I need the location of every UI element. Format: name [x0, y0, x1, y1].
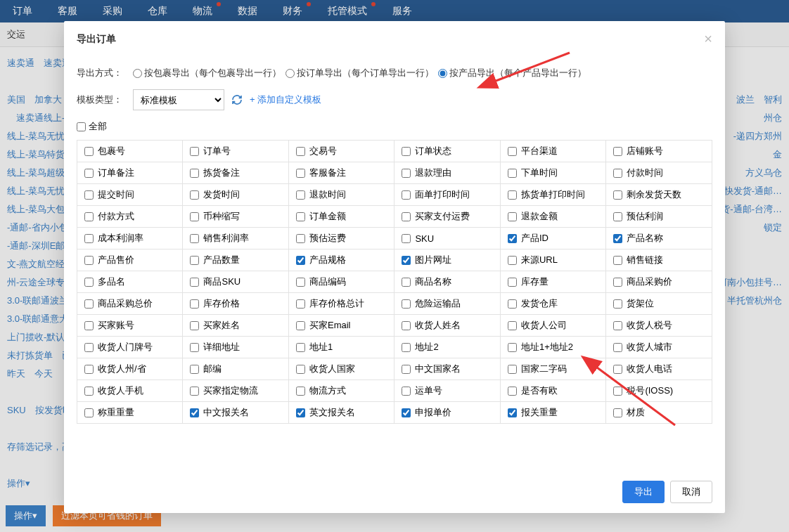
field-checkbox[interactable]: 退款金额	[508, 210, 598, 223]
field-checkbox[interactable]: 中文报关名	[190, 406, 281, 419]
field-checkbox[interactable]: 库存价格总计	[296, 297, 387, 310]
field-checkbox[interactable]: 订单金额	[296, 210, 387, 223]
field-checkbox[interactable]: 收货人门牌号	[84, 341, 175, 353]
field-checkbox[interactable]: 商品名称	[402, 275, 492, 288]
field-checkbox[interactable]: 收货人城市	[613, 341, 705, 353]
field-checkbox[interactable]: 报关重量	[508, 406, 598, 419]
field-checkbox[interactable]: 商品编码	[296, 275, 387, 288]
field-checkbox[interactable]: 预估利润	[613, 210, 705, 223]
field-checkbox[interactable]: SKU	[402, 233, 492, 244]
field-checkbox[interactable]: 产品ID	[508, 232, 598, 245]
field-checkbox[interactable]: 地址1+地址2	[508, 341, 598, 353]
field-checkbox[interactable]: 运单号	[402, 384, 492, 397]
field-checkbox[interactable]: 收货人姓名	[402, 319, 492, 332]
field-checkbox[interactable]: 拣货单打印时间	[508, 188, 598, 201]
field-checkbox[interactable]: 国家二字码	[508, 363, 598, 375]
field-label: 产品数量	[203, 254, 240, 266]
field-checkbox[interactable]: 申报单价	[402, 406, 492, 419]
field-checkbox[interactable]: 剩余发货天数	[613, 188, 705, 201]
field-checkbox[interactable]: 销售链接	[613, 254, 705, 266]
field-checkbox[interactable]: 地址1	[296, 341, 387, 353]
field-checkbox[interactable]: 店铺账号	[613, 145, 705, 157]
field-label: 库存量	[521, 275, 549, 288]
field-label: 物流方式	[309, 384, 346, 397]
field-checkbox[interactable]: 商品SKU	[190, 275, 281, 288]
field-checkbox[interactable]: 付款方式	[84, 210, 175, 223]
field-checkbox[interactable]: 收货人手机	[84, 384, 175, 397]
field-checkbox[interactable]: 买家Email	[296, 319, 387, 332]
field-checkbox[interactable]: 商品采购总价	[84, 297, 175, 310]
field-checkbox[interactable]: 产品规格	[296, 254, 387, 266]
field-label: 产品名称	[627, 232, 663, 245]
field-checkbox[interactable]: 邮编	[190, 363, 281, 375]
field-checkbox[interactable]: 交易号	[296, 145, 387, 157]
field-checkbox[interactable]: 拣货备注	[190, 167, 281, 179]
field-checkbox[interactable]: 平台渠道	[508, 145, 598, 157]
field-checkbox[interactable]: 付款时间	[613, 167, 705, 179]
field-label: 中文报关名	[203, 406, 249, 419]
field-checkbox[interactable]: 退款理由	[402, 167, 492, 179]
refresh-icon[interactable]	[231, 94, 243, 105]
field-checkbox[interactable]: 地址2	[402, 341, 492, 353]
field-checkbox[interactable]: 客服备注	[296, 167, 387, 179]
field-label: 材质	[627, 406, 645, 419]
field-checkbox[interactable]: 面单打印时间	[402, 188, 492, 201]
export-method-radio[interactable]: 按订单导出（每个订单导出一行）	[286, 67, 434, 79]
field-checkbox[interactable]: 发货时间	[190, 188, 281, 201]
field-checkbox[interactable]: 下单时间	[508, 167, 598, 179]
field-checkbox[interactable]: 库存量	[508, 275, 598, 288]
field-checkbox[interactable]: 买家指定物流	[190, 384, 281, 397]
field-checkbox[interactable]: 危险运输品	[402, 297, 492, 310]
field-label: 买家账号	[98, 319, 134, 332]
field-checkbox[interactable]: 收货人公司	[508, 319, 598, 332]
field-label: 收货人城市	[627, 341, 672, 353]
field-checkbox[interactable]: 提交时间	[84, 188, 175, 201]
field-checkbox[interactable]: 退款时间	[296, 188, 387, 201]
cancel-button[interactable]: 取消	[670, 481, 712, 503]
field-checkbox[interactable]: 多品名	[84, 275, 175, 288]
field-label: 客服备注	[309, 167, 346, 179]
select-all-checkbox[interactable]: 全部	[77, 120, 712, 133]
close-icon[interactable]: ×	[704, 31, 712, 47]
field-checkbox[interactable]: 买家账号	[84, 319, 175, 332]
field-checkbox[interactable]: 发货仓库	[508, 297, 598, 310]
add-template-link[interactable]: + 添加自定义模板	[250, 93, 321, 106]
field-checkbox[interactable]: 包裹号	[84, 145, 175, 157]
field-checkbox[interactable]: 买家支付运费	[402, 210, 492, 223]
field-checkbox[interactable]: 物流方式	[296, 384, 387, 397]
export-method-radio[interactable]: 按包裹导出（每个包裹导出一行）	[133, 67, 281, 79]
template-select[interactable]: 标准模板	[133, 89, 224, 110]
field-checkbox[interactable]: 订单号	[190, 145, 281, 157]
field-checkbox[interactable]: 产品名称	[613, 232, 705, 245]
field-checkbox[interactable]: 图片网址	[402, 254, 492, 266]
field-checkbox[interactable]: 收货人国家	[296, 363, 387, 375]
field-checkbox[interactable]: 预估运费	[296, 232, 387, 245]
field-checkbox[interactable]: 收货人税号	[613, 319, 705, 332]
field-checkbox[interactable]: 产品数量	[190, 254, 281, 266]
field-checkbox[interactable]: 货架位	[613, 297, 705, 310]
field-checkbox[interactable]: 称重重量	[84, 406, 175, 419]
field-label: 订单金额	[309, 210, 346, 223]
field-checkbox[interactable]: 成本利润率	[84, 232, 175, 245]
field-checkbox[interactable]: 详细地址	[190, 341, 281, 353]
field-checkbox[interactable]: 库存价格	[190, 297, 281, 310]
field-checkbox[interactable]: 产品售价	[84, 254, 175, 266]
field-checkbox[interactable]: 买家姓名	[190, 319, 281, 332]
field-checkbox[interactable]: 订单状态	[402, 145, 492, 157]
field-checkbox[interactable]: 商品采购价	[613, 275, 705, 288]
field-checkbox[interactable]: 收货人电话	[613, 363, 705, 375]
field-checkbox[interactable]: 中文国家名	[402, 363, 492, 375]
export-button[interactable]: 导出	[622, 481, 665, 503]
export-method-radio[interactable]: 按产品导出（每个产品导出一行）	[438, 67, 586, 79]
field-checkbox[interactable]: 来源URL	[508, 254, 598, 266]
field-label: 产品ID	[521, 232, 549, 245]
field-checkbox[interactable]: 收货人州/省	[84, 363, 175, 375]
field-checkbox[interactable]: 税号(IOSS)	[613, 384, 705, 397]
field-checkbox[interactable]: 币种缩写	[190, 210, 281, 223]
field-checkbox[interactable]: 订单备注	[84, 167, 175, 179]
field-label: 买家Email	[309, 319, 351, 332]
field-checkbox[interactable]: 销售利润率	[190, 232, 281, 245]
field-checkbox[interactable]: 英文报关名	[296, 406, 387, 419]
field-checkbox[interactable]: 材质	[613, 406, 705, 419]
field-checkbox[interactable]: 是否有欧	[508, 384, 598, 397]
